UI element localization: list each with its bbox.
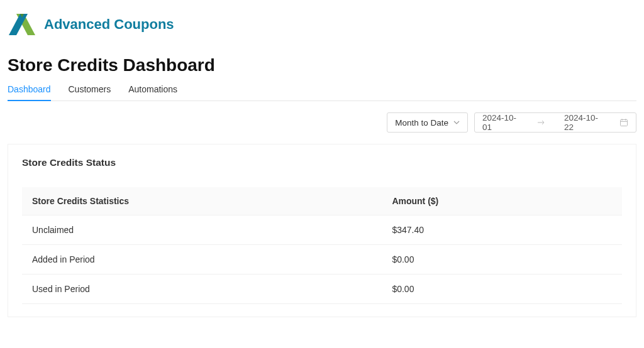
date-end: 2024-10-22 <box>564 113 601 132</box>
stat-label: Added in Period <box>22 245 382 275</box>
store-credits-card: Store Credits Status Store Credits Stati… <box>8 144 636 317</box>
calendar-icon <box>619 118 628 127</box>
chevron-down-icon <box>453 119 460 126</box>
table-row: Used in Period $0.00 <box>22 275 622 304</box>
stat-amount: $0.00 <box>382 245 622 275</box>
table-row: Unclaimed $347.40 <box>22 215 622 245</box>
page-title: Store Credits Dashboard <box>8 55 636 75</box>
table-row: Added in Period $0.00 <box>22 245 622 275</box>
tabs: Dashboard Customers Automations <box>8 84 636 101</box>
col-header-amount: Amount ($) <box>382 187 622 215</box>
col-header-stat: Store Credits Statistics <box>22 187 382 215</box>
tab-automations[interactable]: Automations <box>128 84 177 101</box>
stats-table: Store Credits Statistics Amount ($) Uncl… <box>22 187 622 304</box>
card-title: Store Credits Status <box>22 157 622 168</box>
arrow-right-icon <box>538 120 545 125</box>
table-header-row: Store Credits Statistics Amount ($) <box>22 187 622 215</box>
stat-label: Unclaimed <box>22 215 382 245</box>
period-select-label: Month to Date <box>395 118 448 128</box>
brand-logo-icon <box>8 11 38 38</box>
tab-customers[interactable]: Customers <box>69 84 111 101</box>
stat-amount: $0.00 <box>382 275 622 304</box>
svg-rect-0 <box>621 120 628 126</box>
filters-row: Month to Date 2024-10-01 2024-10-22 <box>8 112 636 133</box>
brand-header: Advanced Coupons <box>8 11 636 38</box>
period-select[interactable]: Month to Date <box>387 112 468 133</box>
date-range-picker[interactable]: 2024-10-01 2024-10-22 <box>474 112 636 133</box>
stat-label: Used in Period <box>22 275 382 304</box>
brand-name: Advanced Coupons <box>44 16 174 33</box>
tab-dashboard[interactable]: Dashboard <box>8 84 51 101</box>
stat-amount: $347.40 <box>382 215 622 245</box>
date-start: 2024-10-01 <box>482 113 519 132</box>
